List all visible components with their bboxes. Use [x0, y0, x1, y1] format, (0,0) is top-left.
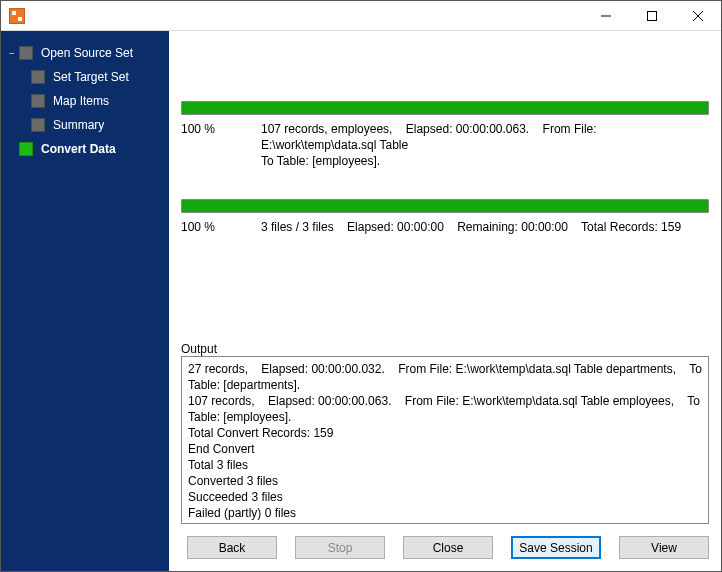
sidebar-item-set-target-set[interactable]: Set Target Set: [1, 65, 169, 89]
progress-records: 107 records, employees,: [261, 122, 392, 136]
step-icon: [31, 70, 45, 84]
button-bar: Back Stop Close Save Session View: [181, 524, 709, 571]
progress-remaining: Remaining: 00:00:00: [447, 220, 568, 234]
app-icon: [9, 8, 25, 24]
step-icon: [31, 118, 45, 132]
save-session-button[interactable]: Save Session: [511, 536, 601, 559]
output-label: Output: [181, 342, 709, 356]
sidebar-item-label: Set Target Set: [53, 70, 129, 84]
progress-elapsed: Elapsed: 00:00:00.063.: [396, 122, 529, 136]
view-button[interactable]: View: [619, 536, 709, 559]
progress-info-current: 100 % 107 records, employees, Elapsed: 0…: [181, 121, 709, 199]
close-window-button[interactable]: [675, 1, 721, 31]
svg-rect-1: [648, 11, 657, 20]
close-button[interactable]: Close: [403, 536, 493, 559]
progress-elapsed: Elapsed: 00:00:00: [337, 220, 444, 234]
output-textarea[interactable]: 27 records, Elapsed: 00:00:00.032. From …: [181, 356, 709, 524]
progress-info-total: 100 % 3 files / 3 files Elapsed: 00:00:0…: [181, 219, 709, 245]
stop-button: Stop: [295, 536, 385, 559]
wizard-sidebar: − Open Source Set Set Target Set Map Ite…: [1, 31, 169, 571]
sidebar-item-label: Convert Data: [41, 142, 116, 156]
sidebar-item-open-source-set[interactable]: − Open Source Set: [1, 41, 169, 65]
sidebar-item-label: Summary: [53, 118, 104, 132]
progress-percent: 100 %: [181, 121, 261, 169]
progress-bar-total: [181, 199, 709, 213]
sidebar-item-map-items[interactable]: Map Items: [1, 89, 169, 113]
minimize-button[interactable]: [583, 1, 629, 31]
title-bar: [1, 1, 721, 31]
sidebar-item-summary[interactable]: Summary: [1, 113, 169, 137]
back-button[interactable]: Back: [187, 536, 277, 559]
maximize-button[interactable]: [629, 1, 675, 31]
step-icon: [19, 46, 33, 60]
step-icon: [19, 142, 33, 156]
progress-bar-current: [181, 101, 709, 115]
sidebar-item-convert-data[interactable]: Convert Data: [1, 137, 169, 161]
main-panel: 100 % 107 records, employees, Elapsed: 0…: [169, 31, 721, 571]
step-icon: [31, 94, 45, 108]
sidebar-item-label: Map Items: [53, 94, 109, 108]
progress-total-records: Total Records: 159: [571, 220, 681, 234]
progress-files: 3 files / 3 files: [261, 220, 334, 234]
progress-to: To Table: [employees].: [261, 154, 380, 168]
collapse-icon: −: [7, 48, 17, 59]
progress-percent: 100 %: [181, 219, 261, 235]
sidebar-item-label: Open Source Set: [41, 46, 133, 60]
